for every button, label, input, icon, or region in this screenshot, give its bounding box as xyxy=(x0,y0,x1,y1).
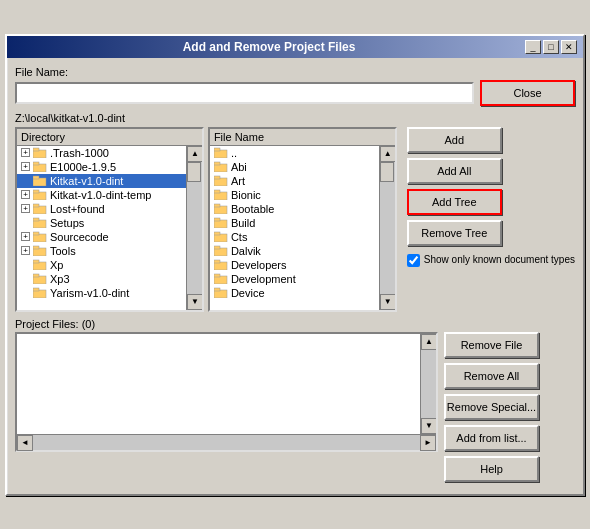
list-item[interactable]: + Kitkat-v1.0-dint-temp xyxy=(17,188,186,202)
file-name-input[interactable] xyxy=(15,82,474,104)
folder-icon xyxy=(33,189,47,200)
list-item[interactable]: Bionic xyxy=(210,188,379,202)
help-button[interactable]: Help xyxy=(444,456,539,482)
directory-vscroll[interactable]: ▲ ▼ xyxy=(186,146,202,310)
svg-rect-13 xyxy=(33,232,39,235)
list-item[interactable]: .. xyxy=(210,146,379,160)
list-item[interactable]: + E1000e-1.9.5 xyxy=(17,160,186,174)
project-buttons-column: Remove File Remove All Remove Special...… xyxy=(444,332,539,482)
main-window: Add and Remove Project Files _ □ ✕ File … xyxy=(5,34,585,496)
add-all-button[interactable]: Add All xyxy=(407,158,502,184)
maximize-button[interactable]: □ xyxy=(543,40,559,54)
file-name-label: File Name: xyxy=(15,66,575,78)
project-vscroll[interactable]: ▲ ▼ xyxy=(420,334,436,434)
folder-icon xyxy=(33,161,47,172)
scroll-down[interactable]: ▼ xyxy=(380,294,395,310)
list-item[interactable]: Art xyxy=(210,174,379,188)
remove-all-button[interactable]: Remove All xyxy=(444,363,539,389)
svg-rect-17 xyxy=(33,260,39,263)
remove-special-button[interactable]: Remove Special... xyxy=(444,394,539,420)
expand-icon[interactable]: + xyxy=(21,204,30,213)
scroll-up[interactable]: ▲ xyxy=(380,146,395,162)
list-item[interactable]: + Sourcecode xyxy=(17,230,186,244)
folder-icon xyxy=(33,217,47,228)
title-bar-controls: _ □ ✕ xyxy=(525,40,577,54)
file-vscroll[interactable]: ▲ ▼ xyxy=(379,146,395,310)
list-item[interactable]: Device xyxy=(210,286,379,300)
scroll-track[interactable] xyxy=(380,162,395,294)
show-only-label: Show only known document types xyxy=(424,253,575,266)
list-item[interactable]: Bootable xyxy=(210,202,379,216)
expand-icon[interactable]: + xyxy=(21,232,30,241)
svg-rect-25 xyxy=(214,162,220,165)
expand-icon[interactable]: + xyxy=(21,162,30,171)
folder-icon xyxy=(33,287,47,298)
add-button[interactable]: Add xyxy=(407,127,502,153)
add-from-list-button[interactable]: Add from list... xyxy=(444,425,539,451)
hscroll-track[interactable] xyxy=(33,435,420,450)
project-hscroll[interactable]: ◄ ► xyxy=(17,434,436,450)
list-item[interactable]: + .Trash-1000 xyxy=(17,146,186,160)
folder-icon xyxy=(214,231,228,242)
window-title: Add and Remove Project Files xyxy=(13,40,525,54)
scroll-thumb[interactable] xyxy=(380,162,394,182)
list-item-selected[interactable]: Kitkat-v1.0-dint xyxy=(17,174,186,188)
svg-rect-11 xyxy=(33,218,39,221)
folder-icon xyxy=(214,217,228,228)
folder-icon xyxy=(33,245,47,256)
scroll-up[interactable]: ▲ xyxy=(421,334,436,350)
folder-icon xyxy=(214,245,228,256)
remove-tree-button[interactable]: Remove Tree xyxy=(407,220,502,246)
scroll-right[interactable]: ► xyxy=(420,435,436,451)
list-item[interactable]: + Tools xyxy=(17,244,186,258)
folder-icon xyxy=(33,147,47,158)
list-item[interactable]: Setups xyxy=(17,216,186,230)
directory-panel: Directory + .Trash-1000 + E1000e-1.9.5 xyxy=(15,127,204,312)
file-list[interactable]: .. Abi Art Bionic xyxy=(210,146,379,310)
scroll-left[interactable]: ◄ xyxy=(17,435,33,451)
svg-rect-27 xyxy=(214,176,220,179)
folder-icon xyxy=(214,203,228,214)
remove-file-button[interactable]: Remove File xyxy=(444,332,539,358)
close-button[interactable]: ✕ xyxy=(561,40,577,54)
list-item[interactable]: Dalvik xyxy=(210,244,379,258)
folder-icon xyxy=(214,287,228,298)
scroll-down[interactable]: ▼ xyxy=(421,418,436,434)
filename-panel: File Name .. Abi Art xyxy=(208,127,397,312)
svg-rect-41 xyxy=(214,274,220,277)
expand-icon[interactable]: + xyxy=(21,246,30,255)
list-item[interactable]: Xp xyxy=(17,258,186,272)
scroll-down[interactable]: ▼ xyxy=(187,294,202,310)
scroll-up[interactable]: ▲ xyxy=(187,146,202,162)
scroll-track[interactable] xyxy=(187,162,202,294)
close-button-main[interactable]: Close xyxy=(480,80,575,106)
right-buttons-column: Add Add All Add Tree Remove Tree Show on… xyxy=(407,127,575,312)
show-only-checkbox[interactable] xyxy=(407,254,420,267)
directory-list[interactable]: + .Trash-1000 + E1000e-1.9.5 Kit xyxy=(17,146,186,310)
folder-icon xyxy=(214,147,228,158)
project-list[interactable] xyxy=(17,334,420,434)
show-only-row: Show only known document types xyxy=(407,253,575,267)
folder-icon xyxy=(33,175,47,186)
svg-rect-7 xyxy=(33,190,39,193)
list-item[interactable]: Developers xyxy=(210,258,379,272)
list-item[interactable]: Cts xyxy=(210,230,379,244)
expand-icon[interactable]: + xyxy=(21,148,30,157)
list-item[interactable]: Xp3 xyxy=(17,272,186,286)
minimize-button[interactable]: _ xyxy=(525,40,541,54)
list-item[interactable]: Development xyxy=(210,272,379,286)
filename-panel-header: File Name xyxy=(210,129,395,146)
folder-icon xyxy=(214,161,228,172)
expand-icon[interactable]: + xyxy=(21,190,30,199)
svg-rect-9 xyxy=(33,204,39,207)
scroll-track[interactable] xyxy=(421,350,436,418)
list-item[interactable]: Yarism-v1.0-dint xyxy=(17,286,186,300)
list-item[interactable]: Abi xyxy=(210,160,379,174)
folder-icon xyxy=(33,273,47,284)
window-body: File Name: Close Z:\local\kitkat-v1.0-di… xyxy=(7,58,583,494)
scroll-thumb[interactable] xyxy=(187,162,201,182)
project-files-label: Project Files: (0) xyxy=(15,318,575,330)
list-item[interactable]: + Lost+found xyxy=(17,202,186,216)
list-item[interactable]: Build xyxy=(210,216,379,230)
add-tree-button[interactable]: Add Tree xyxy=(407,189,502,215)
